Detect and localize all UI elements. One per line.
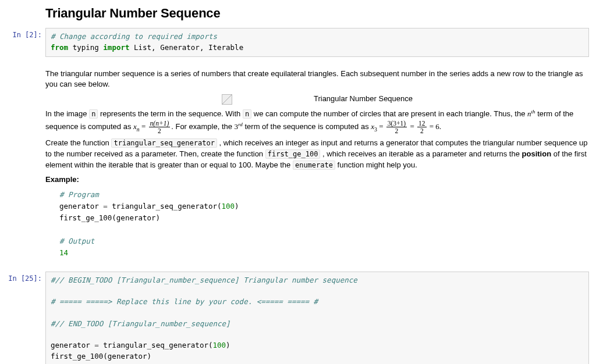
code-cell-2[interactable]: #// BEGIN_TODO [Triangular_number_sequen…: [45, 272, 589, 364]
inline-code-fn1: triangular_seq_generator: [111, 138, 217, 148]
example-label: Example:: [45, 174, 589, 185]
page-title: Triangular Number Sequence: [45, 6, 596, 21]
equation-xn: xn = n(n+1)2: [133, 122, 171, 131]
in-prompt-2: In [25]:: [0, 272, 45, 364]
code-cell-1-row: In [2]: # Change according to required i…: [0, 28, 596, 57]
in-prompt-1: In [2]:: [0, 28, 45, 57]
intro-paragraph: The triangular number sequence is a seri…: [45, 69, 589, 91]
todo-end-comment: #// END_TODO [Triangular_number_sequence…: [51, 319, 230, 328]
example-block: # Program generator = triangular_seq_gen…: [59, 189, 589, 259]
inline-code-n: n: [243, 109, 251, 119]
todo-begin-comment: #// BEGIN_TODO [Triangular_number_sequen…: [51, 276, 357, 284]
code-cell-2-row: In [25]: #// BEGIN_TODO [Triangular_numb…: [0, 272, 596, 364]
equation-x3: x3 = 3(3+1)2 = 122 = 6.: [371, 122, 441, 131]
notebook-page: Triangular Number Sequence In [2]: # Cha…: [0, 0, 596, 364]
code-cell-1[interactable]: # Change according to required imports f…: [45, 28, 589, 57]
inline-code-enumerate: enumerate: [293, 160, 335, 170]
todo-replace-comment: # ===== =====> Replace this line by your…: [51, 297, 318, 306]
formula-paragraph: In the image n represents the term in th…: [45, 108, 589, 134]
md-prompt-empty: [0, 63, 45, 261]
markdown-cell: The triangular number sequence is a seri…: [45, 63, 596, 261]
broken-image-icon: [222, 94, 232, 105]
figure-caption: Triangular Number Sequence: [314, 94, 413, 105]
code-comment: # Change according to required imports: [51, 32, 217, 41]
inline-code-fn2: first_ge_100: [265, 149, 321, 159]
kw-import: import: [103, 43, 129, 52]
inline-code-n: n: [89, 109, 98, 119]
kw-from: from: [51, 43, 68, 52]
example-output: 14: [59, 248, 68, 257]
figure-wrap: Triangular Number Sequence: [45, 94, 589, 105]
task-paragraph: Create the function triangular_seq_gener…: [45, 138, 589, 171]
markdown-cell-row: The triangular number sequence is a seri…: [0, 63, 596, 261]
